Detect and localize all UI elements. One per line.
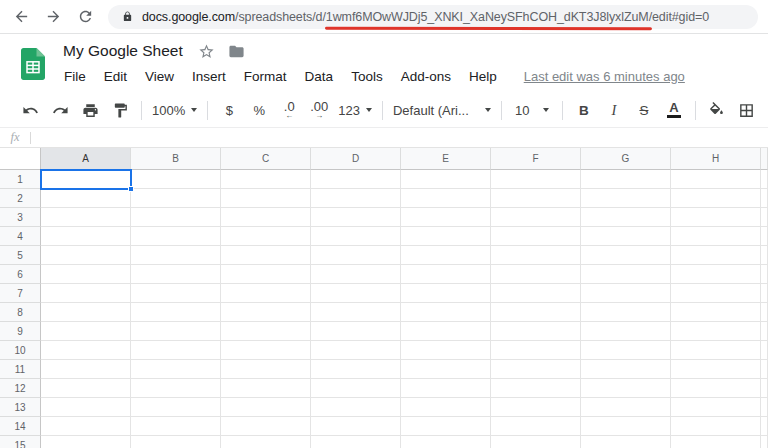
cell-B5[interactable] bbox=[131, 246, 221, 265]
fill-color-icon[interactable] bbox=[706, 97, 728, 123]
select-all-corner[interactable] bbox=[0, 148, 41, 170]
row-header-15[interactable]: 15 bbox=[0, 436, 41, 448]
row-header-1[interactable]: 1 bbox=[0, 170, 41, 189]
cell-C1[interactable] bbox=[221, 170, 311, 189]
cell-G9[interactable] bbox=[581, 322, 671, 341]
cell-D14[interactable] bbox=[311, 417, 401, 436]
menu-add-ons[interactable]: Add-ons bbox=[392, 69, 460, 84]
cell-E3[interactable] bbox=[401, 208, 491, 227]
cell-E11[interactable] bbox=[401, 360, 491, 379]
undo-icon[interactable] bbox=[19, 97, 41, 123]
cell-E10[interactable] bbox=[401, 341, 491, 360]
cell-B12[interactable] bbox=[131, 379, 221, 398]
row-header-14[interactable]: 14 bbox=[0, 417, 41, 436]
cell-F4[interactable] bbox=[491, 227, 581, 246]
cell-D7[interactable] bbox=[311, 284, 401, 303]
redo-icon[interactable] bbox=[49, 97, 71, 123]
cell-A11[interactable] bbox=[41, 360, 131, 379]
cell-A4[interactable] bbox=[41, 227, 131, 246]
row-header-10[interactable]: 10 bbox=[0, 341, 41, 360]
cell-F8[interactable] bbox=[491, 303, 581, 322]
address-bar[interactable]: docs.google.com/spreadsheets/d/1wmf6MOwW… bbox=[108, 5, 758, 29]
cell-G7[interactable] bbox=[581, 284, 671, 303]
move-to-folder-icon[interactable] bbox=[228, 43, 245, 60]
cell-F12[interactable] bbox=[491, 379, 581, 398]
column-header-B[interactable]: B bbox=[131, 148, 221, 170]
cell-G13[interactable] bbox=[581, 398, 671, 417]
row-header-5[interactable]: 5 bbox=[0, 246, 41, 265]
cell-B4[interactable] bbox=[131, 227, 221, 246]
paint-format-icon[interactable] bbox=[109, 97, 131, 123]
cell-B1[interactable] bbox=[131, 170, 221, 189]
increase-decimal-button[interactable]: .00 → bbox=[308, 97, 330, 123]
cell-H12[interactable] bbox=[671, 379, 761, 398]
cell-C6[interactable] bbox=[221, 265, 311, 284]
cell-B3[interactable] bbox=[131, 208, 221, 227]
cell-F6[interactable] bbox=[491, 265, 581, 284]
cell-A7[interactable] bbox=[41, 284, 131, 303]
row-header-13[interactable]: 13 bbox=[0, 398, 41, 417]
star-icon[interactable] bbox=[198, 43, 228, 60]
cell-A1[interactable] bbox=[41, 170, 131, 189]
cell-B15[interactable] bbox=[131, 436, 221, 448]
cell-B11[interactable] bbox=[131, 360, 221, 379]
back-icon[interactable] bbox=[12, 8, 30, 26]
cell-C14[interactable] bbox=[221, 417, 311, 436]
strikethrough-button[interactable]: S bbox=[633, 97, 655, 123]
cell-H9[interactable] bbox=[671, 322, 761, 341]
cell-H4[interactable] bbox=[671, 227, 761, 246]
menu-help[interactable]: Help bbox=[460, 69, 506, 84]
cell-E8[interactable] bbox=[401, 303, 491, 322]
cell-D1[interactable] bbox=[311, 170, 401, 189]
cell-G15[interactable] bbox=[581, 436, 671, 448]
column-header-F[interactable]: F bbox=[491, 148, 581, 170]
cell-H8[interactable] bbox=[671, 303, 761, 322]
cell-G4[interactable] bbox=[581, 227, 671, 246]
cell-D5[interactable] bbox=[311, 246, 401, 265]
cell-F2[interactable] bbox=[491, 189, 581, 208]
menu-data[interactable]: Data bbox=[296, 69, 343, 84]
more-formats-button[interactable]: 123 bbox=[338, 97, 372, 123]
cell-H5[interactable] bbox=[671, 246, 761, 265]
cell-H6[interactable] bbox=[671, 265, 761, 284]
cell-E2[interactable] bbox=[401, 189, 491, 208]
cell-A2[interactable] bbox=[41, 189, 131, 208]
cell-F10[interactable] bbox=[491, 341, 581, 360]
cell-E5[interactable] bbox=[401, 246, 491, 265]
cell-D13[interactable] bbox=[311, 398, 401, 417]
cell-B8[interactable] bbox=[131, 303, 221, 322]
cell-E12[interactable] bbox=[401, 379, 491, 398]
document-title[interactable]: My Google Sheet bbox=[63, 42, 183, 60]
row-header-3[interactable]: 3 bbox=[0, 208, 41, 227]
cell-H10[interactable] bbox=[671, 341, 761, 360]
cell-C11[interactable] bbox=[221, 360, 311, 379]
cell-D8[interactable] bbox=[311, 303, 401, 322]
cell-H1[interactable] bbox=[671, 170, 761, 189]
cell-F15[interactable] bbox=[491, 436, 581, 448]
font-size-control[interactable]: 10 bbox=[512, 97, 552, 123]
cell-A10[interactable] bbox=[41, 341, 131, 360]
cell-G12[interactable] bbox=[581, 379, 671, 398]
cell-H13[interactable] bbox=[671, 398, 761, 417]
cell-D12[interactable] bbox=[311, 379, 401, 398]
cell-G10[interactable] bbox=[581, 341, 671, 360]
cell-G14[interactable] bbox=[581, 417, 671, 436]
google-sheets-logo-icon[interactable] bbox=[20, 48, 46, 80]
decrease-decimal-button[interactable]: .0 ← bbox=[278, 97, 300, 123]
cell-A5[interactable] bbox=[41, 246, 131, 265]
cell-B10[interactable] bbox=[131, 341, 221, 360]
cell-A13[interactable] bbox=[41, 398, 131, 417]
row-header-2[interactable]: 2 bbox=[0, 189, 41, 208]
cell-A15[interactable] bbox=[41, 436, 131, 448]
cell-B6[interactable] bbox=[131, 265, 221, 284]
format-currency-button[interactable]: $ bbox=[218, 97, 240, 123]
cell-H15[interactable] bbox=[671, 436, 761, 448]
cell-E7[interactable] bbox=[401, 284, 491, 303]
lock-icon[interactable] bbox=[122, 10, 142, 23]
cell-C12[interactable] bbox=[221, 379, 311, 398]
font-family-control[interactable]: Default (Ari... bbox=[393, 97, 491, 123]
cell-B2[interactable] bbox=[131, 189, 221, 208]
cell-C13[interactable] bbox=[221, 398, 311, 417]
cell-B9[interactable] bbox=[131, 322, 221, 341]
cell-G5[interactable] bbox=[581, 246, 671, 265]
